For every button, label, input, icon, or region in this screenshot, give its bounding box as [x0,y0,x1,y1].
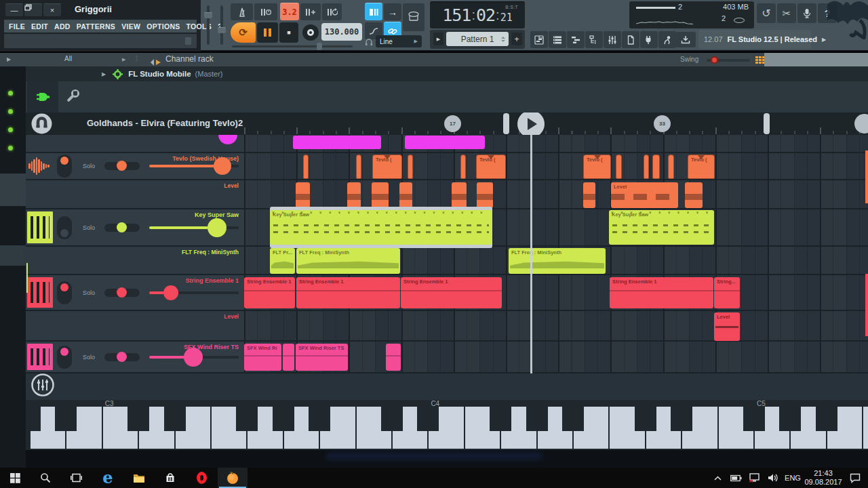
piano-key[interactable] [258,407,272,431]
piano-key[interactable] [465,407,490,431]
piano-key[interactable] [719,431,753,449]
stop-button[interactable]: ■ [279,22,298,43]
track-enable-toggle[interactable] [57,281,72,304]
mixer-button[interactable] [604,30,621,48]
playlist-clip[interactable]: FLT Freq : MiniSynth [509,248,606,274]
pattern-prev-button[interactable]: ▶ [433,33,443,45]
piano-key[interactable] [284,431,319,449]
playlist-clip[interactable]: Tevlo ( [476,155,506,179]
master-volume-slider[interactable] [207,5,210,45]
track-enable-toggle[interactable] [57,155,72,178]
tempo-display[interactable]: 130.000 [321,23,362,41]
language-indicator[interactable]: ENG [781,468,804,488]
restore-button[interactable] [24,3,42,16]
playlist-clip[interactable] [583,182,595,208]
piano-key[interactable] [801,407,815,431]
volume-slider[interactable] [149,226,239,229]
menu-item-add[interactable]: ADD [54,22,71,30]
playlist-clip[interactable]: SFX Wind Ri [244,344,281,371]
playlist-button[interactable] [530,30,548,48]
network-tray-button[interactable]: ✕ [745,468,764,488]
record-button[interactable] [302,24,319,41]
piano-key[interactable] [827,431,862,449]
countdown-button[interactable] [300,3,321,20]
piano-key[interactable] [103,407,127,431]
swing-handle[interactable] [711,56,718,64]
channel-led[interactable] [8,91,13,96]
wait-for-input-button[interactable] [254,3,277,20]
song-loop-button[interactable]: ⟳ [231,22,256,43]
piano-key[interactable] [765,407,779,431]
playlist-clip[interactable]: ▼▼▼▼▼▼▼▼▼▼▼Key Super Saw [609,210,714,245]
playlist-clip[interactable]: String Ensemble 1 [244,277,295,308]
piano-keys-icon[interactable] [27,277,53,308]
playhead[interactable] [530,135,532,373]
piano-keyboard[interactable]: C3C4C5 [26,400,868,450]
piano-key[interactable] [791,431,825,449]
recording-button[interactable] [797,3,816,23]
task-view-button[interactable] [61,468,91,488]
playlist-clip[interactable] [356,155,361,179]
piano-key[interactable] [574,431,608,449]
bar-marker[interactable]: 17 [444,115,461,132]
typing-keyboard-button[interactable] [403,3,425,31]
step-edit-button[interactable] [365,3,382,20]
master-pitch-slider[interactable] [220,5,223,45]
piano-key[interactable] [548,407,562,431]
piano-key[interactable] [511,407,526,431]
piano-key[interactable] [610,431,644,449]
piano-key[interactable] [646,431,681,449]
opera-button[interactable] [186,468,216,488]
action-center-button[interactable] [844,468,867,488]
piano-key[interactable] [863,431,868,449]
piano-keys-icon[interactable] [27,344,53,370]
piano-key[interactable] [186,407,210,431]
playlist-clip[interactable]: Tevlo ( [583,155,611,179]
time-display[interactable]: B:S:T 151:02:21 [430,1,525,28]
piano-key[interactable] [66,431,101,449]
search-button[interactable] [31,468,60,488]
expand-arrow-icon[interactable]: ▶ [7,56,11,62]
playlist-clip[interactable]: Tevlo ( [688,155,715,179]
solo-button[interactable]: Solo [83,163,95,169]
piano-key[interactable] [176,431,210,449]
playlist-clip[interactable] [644,155,649,179]
track-enable-toggle[interactable] [57,216,72,239]
start-button[interactable] [0,468,30,488]
pan-knob[interactable] [104,289,140,297]
playlist-clip[interactable] [460,155,466,179]
piano-key[interactable] [465,431,500,449]
playlist-clip[interactable]: String Ensemble 1 [610,277,713,308]
piano-key[interactable] [357,407,381,431]
piano-key[interactable] [248,431,282,449]
menu-item-file[interactable]: FILE [9,22,25,30]
piano-key[interactable] [682,431,717,449]
volume-slider[interactable] [149,356,239,359]
solo-button[interactable]: Solo [83,224,95,231]
collapse-arrow-icon[interactable]: ▶ [102,71,106,77]
playlist-clip[interactable]: Level [714,312,740,341]
swing-slider[interactable] [707,59,750,62]
channel-led[interactable] [8,127,13,132]
pan-knob[interactable] [104,353,140,361]
playlist-clip[interactable]: SFX Wind Riser TS [296,344,348,371]
menu-item-edit[interactable]: EDIT [31,22,48,30]
clip-area[interactable]: Tevlo (Tevlo (Tevlo (Tevlo (Level▼▼▼▼▼▼▼… [244,135,868,373]
slider-knob[interactable] [208,218,226,237]
volume-tray-button[interactable] [764,468,783,488]
channel-rack-title[interactable]: Channel rack [165,54,214,64]
timeline-ruler[interactable] [244,126,868,134]
plugin-button[interactable] [640,30,658,48]
snap-selector[interactable]: Line▶ [376,35,422,47]
taskbar-clock[interactable]: 21:43 09.08.2017 [804,469,843,487]
mobile-mixer-button[interactable] [31,373,55,397]
piano-key[interactable] [212,407,236,431]
piano-keys-icon[interactable] [27,211,53,243]
overdub-button[interactable]: → [384,3,401,20]
playlist-clip[interactable] [408,155,413,179]
playlist-clip[interactable]: String... [714,277,740,308]
solo-button[interactable]: Solo [83,289,95,296]
tray-expand-button[interactable] [709,468,726,488]
piano-key[interactable] [294,407,309,431]
piano-key[interactable] [357,431,391,449]
